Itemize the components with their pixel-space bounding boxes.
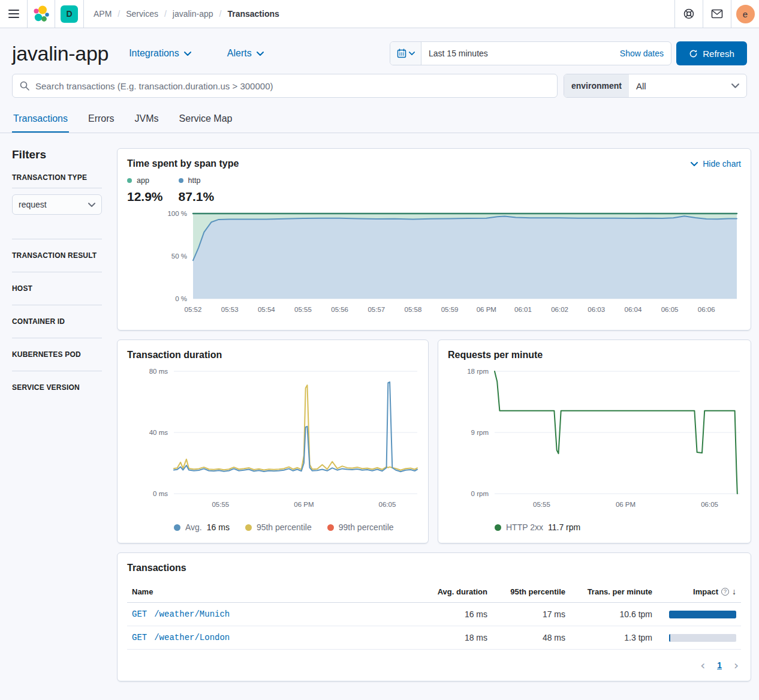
filter-transaction-type-label: TRANSACTION TYPE bbox=[12, 173, 102, 182]
transactions-table: Name Avg. duration 95th percentile Trans… bbox=[127, 581, 741, 650]
transactions-panel: Transactions Name Avg. duration 95th per… bbox=[117, 552, 751, 681]
alerts-menu[interactable]: Alerts bbox=[227, 48, 264, 59]
column-tpm: Trans. per minute bbox=[570, 581, 657, 603]
hide-chart-link[interactable]: Hide chart bbox=[691, 159, 741, 169]
refresh-button[interactable]: Refresh bbox=[676, 41, 747, 65]
svg-text:0 rpm: 0 rpm bbox=[471, 490, 489, 497]
svg-text:06:06: 06:06 bbox=[698, 306, 715, 313]
integrations-label: Integrations bbox=[129, 48, 179, 59]
transaction-duration-title: Transaction duration bbox=[127, 350, 418, 360]
svg-text:05:57: 05:57 bbox=[368, 306, 385, 313]
avg-value: 16 ms bbox=[207, 522, 230, 532]
transaction-link-munich[interactable]: GET/weather/Munich bbox=[127, 603, 420, 626]
legend-avg: Avg. 16 ms bbox=[174, 522, 230, 532]
filter-service-version[interactable]: SERVICE VERSION bbox=[12, 377, 102, 398]
refresh-icon bbox=[689, 49, 698, 58]
search-box bbox=[12, 74, 558, 98]
filter-kubernetes-pod[interactable]: KUBERNETES POD bbox=[12, 344, 102, 365]
integrations-menu[interactable]: Integrations bbox=[129, 48, 191, 59]
app-percentage: 12.9% bbox=[127, 190, 163, 204]
divider bbox=[12, 188, 102, 188]
p99-label: 99th percentile bbox=[339, 522, 394, 532]
transaction-duration-chart[interactable]: 0 ms40 ms80 ms05:5506 PM06:05 bbox=[127, 365, 418, 516]
calendar-icon bbox=[397, 49, 406, 58]
time-range-value[interactable]: Last 15 minutes bbox=[421, 42, 613, 65]
impact-sort-header[interactable]: Impact ? ↓ bbox=[693, 587, 736, 596]
tab-errors[interactable]: Errors bbox=[87, 113, 116, 133]
svg-text:05:54: 05:54 bbox=[258, 306, 275, 313]
filter-transaction-result[interactable]: TRANSACTION RESULT bbox=[12, 245, 102, 266]
time-controls: Last 15 minutes Show dates Refresh bbox=[390, 41, 747, 65]
svg-text:18 rpm: 18 rpm bbox=[467, 368, 489, 375]
search-input[interactable] bbox=[34, 80, 550, 92]
svg-text:05:55: 05:55 bbox=[212, 501, 229, 508]
search-row: environment All bbox=[0, 74, 759, 98]
svg-text:06 PM: 06 PM bbox=[477, 306, 496, 313]
svg-text:06:05: 06:05 bbox=[701, 501, 718, 508]
rpm-legend: HTTP 2xx 11.7 rpm bbox=[495, 522, 741, 532]
span-type-legend: app http 12.9% 87.1% bbox=[127, 176, 741, 204]
content: Filters TRANSACTION TYPE request TRANSAC… bbox=[0, 133, 759, 691]
space-switcher[interactable]: D bbox=[55, 0, 84, 28]
hide-chart-label: Hide chart bbox=[703, 159, 741, 169]
transaction-link-london[interactable]: GET/weather/London bbox=[127, 626, 420, 650]
impact-bar-track bbox=[669, 611, 736, 618]
chevron-down-icon bbox=[88, 203, 95, 207]
quick-select-button[interactable] bbox=[390, 42, 421, 65]
path-label: /weather/London bbox=[154, 633, 230, 642]
chevron-down-icon bbox=[409, 52, 415, 55]
http-percentage: 87.1% bbox=[179, 190, 215, 204]
table-row: GET/weather/Munich 16 ms 17 ms 10.6 tpm bbox=[127, 603, 741, 626]
newsfeed-button[interactable] bbox=[703, 0, 731, 28]
avg-duration-cell: 18 ms bbox=[420, 626, 492, 650]
page-title: javalin-app bbox=[12, 42, 109, 65]
divider bbox=[12, 305, 102, 305]
span-type-title: Time spent by span type bbox=[127, 158, 239, 169]
show-dates-link[interactable]: Show dates bbox=[613, 42, 671, 65]
help-button[interactable] bbox=[674, 0, 703, 28]
breadcrumb-services[interactable]: Services bbox=[126, 9, 158, 19]
legend-app-label: app bbox=[137, 176, 149, 185]
menu-button[interactable] bbox=[0, 0, 28, 28]
environment-select[interactable]: environment All bbox=[564, 74, 747, 98]
previous-page-button[interactable]: ‹ bbox=[700, 659, 705, 671]
legend-95th: 95th percentile bbox=[245, 522, 312, 532]
transaction-type-value: request bbox=[19, 200, 47, 209]
table-row: GET/weather/London 18 ms 48 ms 1.3 tpm bbox=[127, 626, 741, 650]
svg-text:06:03: 06:03 bbox=[588, 306, 605, 313]
title-row: javalin-app Integrations Alerts Last 15 … bbox=[0, 28, 759, 74]
user-menu[interactable]: e bbox=[731, 0, 759, 28]
span-type-chart[interactable]: 0 %50 %100 %05:5205:5305:5405:5505:5605:… bbox=[127, 209, 738, 320]
environment-value: All bbox=[629, 81, 731, 91]
impact-cell bbox=[657, 603, 741, 626]
breadcrumb-separator: / bbox=[219, 9, 222, 19]
filter-container-id[interactable]: CONTAINER ID bbox=[12, 311, 102, 332]
transaction-type-select[interactable]: request bbox=[12, 194, 102, 215]
tab-service-map[interactable]: Service Map bbox=[178, 113, 234, 133]
svg-text:05:55: 05:55 bbox=[533, 501, 550, 508]
svg-text:05:59: 05:59 bbox=[441, 306, 459, 313]
elastic-logo[interactable] bbox=[28, 0, 55, 28]
tab-transactions[interactable]: Transactions bbox=[12, 113, 69, 133]
next-page-button[interactable]: › bbox=[734, 659, 739, 671]
avg-duration-cell: 16 ms bbox=[420, 603, 492, 626]
page-1-button[interactable]: 1 bbox=[717, 660, 722, 670]
breadcrumb-apm[interactable]: APM bbox=[94, 9, 112, 19]
chevron-down-icon bbox=[691, 162, 698, 166]
breadcrumb-current: Transactions bbox=[227, 9, 279, 19]
tpm-cell: 1.3 tpm bbox=[570, 626, 657, 650]
p99-dot-icon bbox=[327, 524, 334, 531]
header-actions: e bbox=[674, 0, 759, 28]
http-2xx-value: 11.7 rpm bbox=[548, 522, 580, 532]
svg-text:80 ms: 80 ms bbox=[149, 368, 168, 375]
svg-text:06 PM: 06 PM bbox=[616, 501, 635, 508]
transactions-title: Transactions bbox=[127, 563, 741, 573]
impact-bar bbox=[669, 634, 670, 642]
impact-label: Impact bbox=[693, 587, 718, 596]
requests-per-minute-chart[interactable]: 0 rpm9 rpm18 rpm05:5506 PM06:05 bbox=[448, 365, 741, 516]
svg-text:06:02: 06:02 bbox=[551, 306, 568, 313]
filter-host[interactable]: HOST bbox=[12, 278, 102, 299]
tab-jvms[interactable]: JVMs bbox=[134, 113, 160, 133]
breadcrumb-service[interactable]: javalin-app bbox=[173, 9, 213, 19]
svg-text:50 %: 50 % bbox=[171, 253, 187, 260]
